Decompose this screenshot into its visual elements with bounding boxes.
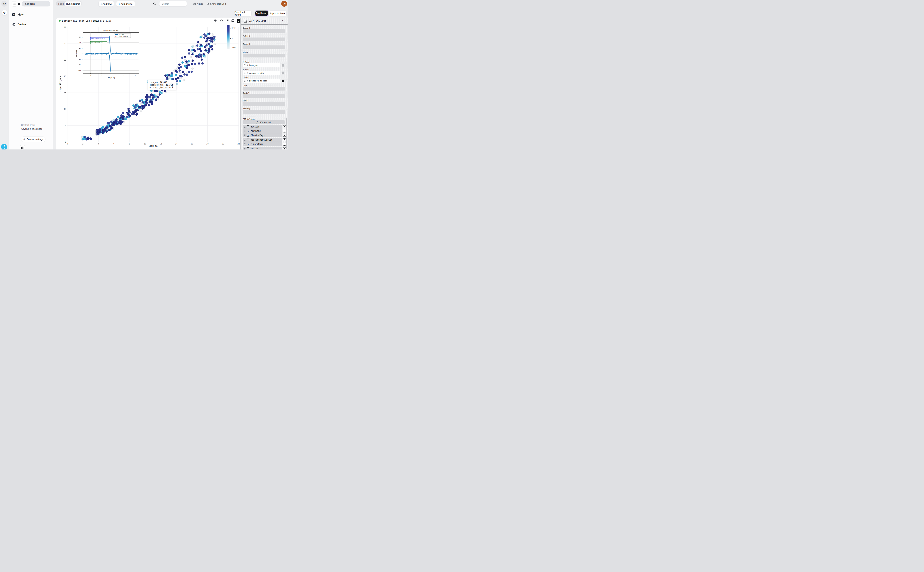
style-button[interactable] bbox=[214, 19, 217, 22]
column-target-button[interactable] bbox=[283, 130, 286, 132]
gear-icon: ⚙ bbox=[23, 138, 25, 141]
field-swatch-button[interactable] bbox=[282, 72, 285, 75]
x-tick-label: 20 bbox=[220, 143, 226, 145]
column-target-button[interactable] bbox=[283, 134, 286, 137]
archive-icon bbox=[207, 2, 209, 5]
open-external-button[interactable] bbox=[226, 19, 229, 22]
fx-icon: ƒx bbox=[256, 121, 258, 124]
save-load-config-button[interactable]: Save/load config bbox=[234, 11, 252, 16]
x-tick-label: 14 bbox=[174, 143, 179, 145]
field-input-size[interactable] bbox=[243, 87, 285, 90]
sidebar-item-label: Flow bbox=[17, 13, 23, 16]
sidebar-item-flow[interactable]: <> Flow bbox=[12, 13, 23, 16]
field-swatch-button[interactable] bbox=[282, 64, 285, 67]
new-column-button[interactable]: ƒx NEW COLUMN bbox=[243, 120, 285, 124]
column-row-status[interactable]: Astatus bbox=[243, 147, 282, 150]
drag-handle-icon bbox=[244, 130, 246, 132]
field-label-label: Label bbox=[243, 100, 248, 102]
status-dot bbox=[59, 20, 61, 22]
field-value: capacity_mAh bbox=[249, 72, 263, 74]
svg-text:4: 4 bbox=[124, 75, 124, 76]
svg-text:CV Curve: CV Curve bbox=[119, 34, 124, 35]
column-target-button[interactable] bbox=[283, 125, 286, 128]
reset-button[interactable] bbox=[220, 19, 223, 22]
field-label-group-by: Group By bbox=[243, 27, 252, 29]
colorbar-tick bbox=[230, 28, 231, 28]
new-column-label: NEW COLUMN bbox=[260, 121, 271, 123]
search-input[interactable] bbox=[159, 1, 187, 6]
panel-collapse-button[interactable]: « bbox=[282, 19, 283, 22]
field-input-order-by[interactable] bbox=[243, 45, 285, 49]
field-input-split-by[interactable] bbox=[243, 37, 285, 41]
column-row-flowRunTags[interactable]: AflowRunTags bbox=[243, 134, 282, 137]
field-input-where[interactable] bbox=[243, 54, 285, 58]
inset-y-label: Current (A) bbox=[76, 50, 78, 57]
x-tick-label: 16 bbox=[189, 143, 194, 145]
dashboard-button[interactable]: Dashboard bbox=[255, 11, 268, 16]
field-input-color[interactable]: #pressure_factor bbox=[243, 79, 280, 83]
field-label-where: Where bbox=[243, 51, 248, 53]
user-avatar[interactable]: DE bbox=[281, 1, 287, 7]
column-target-button[interactable] bbox=[283, 143, 286, 146]
svg-text:3: 3 bbox=[112, 75, 113, 76]
settings-button[interactable]: ⚙ bbox=[2, 10, 7, 16]
column-row-flowName[interactable]: AflowName bbox=[243, 129, 282, 133]
sidebar: <> Flow Device Context Team Anyone in th… bbox=[9, 0, 53, 149]
dataset-dimensions: 722 x 3 (16) bbox=[95, 19, 111, 22]
add-flow-button[interactable]: + Add flow bbox=[98, 1, 114, 7]
context-settings-button[interactable]: ⚙ Context settings bbox=[21, 137, 45, 142]
field-input-y-axis[interactable]: #capacity_mAh bbox=[243, 71, 280, 75]
search-icon[interactable] bbox=[153, 2, 156, 5]
app-logo bbox=[1, 144, 7, 149]
export-to-excel-button[interactable]: Export to Excel bbox=[269, 11, 286, 16]
field-label-tooltip: Tooltip bbox=[243, 108, 250, 110]
column-name: flowName bbox=[250, 130, 261, 132]
y-tick-label: 25 bbox=[60, 59, 66, 61]
field-input-x-axis[interactable]: #imax_mA bbox=[243, 63, 280, 67]
view-tabs: Feed Run explorer bbox=[56, 1, 81, 6]
drag-handle-icon bbox=[244, 64, 246, 66]
tooltip-label: capacity_mAh: bbox=[149, 84, 166, 86]
column-name: runnerName bbox=[250, 143, 263, 145]
field-swatch-button[interactable] bbox=[282, 79, 285, 82]
column-row-runnerName[interactable]: ArunnerName bbox=[243, 142, 282, 146]
show-archived-button[interactable]: Show archived bbox=[207, 2, 226, 5]
column-row-measurementScript[interactable]: AmeasurementScript bbox=[243, 138, 282, 142]
column-name: flowRunTags bbox=[250, 134, 264, 137]
field-input-group-by[interactable] bbox=[243, 30, 285, 33]
x-tick-label: 6 bbox=[111, 143, 117, 145]
drag-handle-icon bbox=[244, 148, 246, 149]
field-input-tooltip[interactable] bbox=[243, 110, 285, 114]
field-input-label[interactable] bbox=[243, 102, 285, 106]
column-target-button[interactable] bbox=[283, 138, 286, 141]
panel-scrollbar[interactable] bbox=[286, 118, 287, 149]
field-label-y-axis: Y Axis bbox=[243, 69, 249, 71]
svg-text:5: 5 bbox=[135, 75, 135, 76]
column-row-devices[interactable]: Adevices bbox=[243, 125, 282, 129]
workspace-selector[interactable]: Sandbox bbox=[22, 1, 50, 6]
svg-text:0: 0 bbox=[82, 53, 82, 54]
numeric-type-icon: # bbox=[247, 64, 248, 66]
copy-button[interactable] bbox=[231, 19, 234, 22]
colorbar-tick-label: 0.90 bbox=[232, 47, 235, 49]
sidebar-toggle-button[interactable] bbox=[20, 145, 25, 149]
tooltip-label: pressure_factor: bbox=[149, 86, 169, 88]
svg-text:100 µ: 100 µ bbox=[79, 48, 82, 49]
home-icon[interactable] bbox=[17, 2, 20, 5]
point-tooltip: imax_mA: 10.408 capacity_mAh: 18.314 pre… bbox=[148, 80, 176, 90]
context-team-label: Context Team bbox=[21, 124, 35, 126]
add-device-button[interactable]: + Add device bbox=[116, 1, 135, 7]
workspace-avatar[interactable]: BA bbox=[1, 1, 7, 7]
column-target-button[interactable] bbox=[283, 147, 286, 150]
tab-run-explorer[interactable]: Run explorer bbox=[65, 2, 81, 6]
panel-collapse-tab[interactable]: » bbox=[237, 19, 241, 23]
notes-button[interactable]: Notes bbox=[193, 2, 203, 5]
text-type-icon: A bbox=[247, 126, 249, 128]
field-input-symbol[interactable] bbox=[243, 95, 285, 98]
workspace-name: Sandbox bbox=[25, 2, 34, 5]
tab-feed[interactable]: Feed bbox=[57, 2, 65, 5]
menu-button[interactable] bbox=[12, 1, 17, 6]
undo-icon bbox=[220, 19, 223, 22]
app-window: BA ⚙ <> Flow Device Context Team Anyone … bbox=[0, 0, 288, 149]
sidebar-item-device[interactable]: Device bbox=[12, 23, 26, 26]
